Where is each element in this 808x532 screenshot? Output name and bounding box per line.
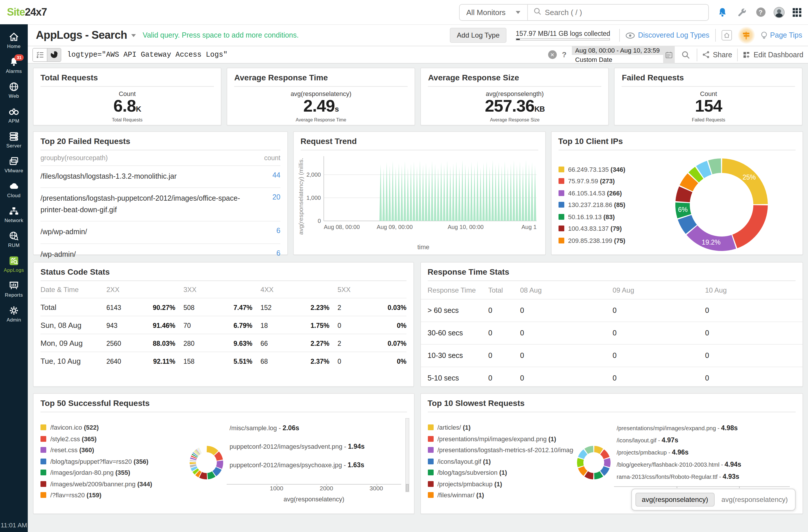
dashboard-home-icon[interactable] [721, 30, 732, 40]
legend-item[interactable]: /favicon.ico (522) [40, 424, 186, 431]
search-input[interactable] [541, 8, 708, 17]
scrollbar-thumb[interactable] [406, 484, 409, 492]
count-link[interactable]: 20 [272, 194, 280, 216]
legend-item[interactable]: /blog/tags/puppet?flav=rss20 (356) [40, 458, 186, 465]
help-icon[interactable]: ? [756, 7, 765, 17]
legend-item[interactable]: /presentations/mpi/images/expand.png (1) [427, 435, 573, 442]
sidebar-item-alarms[interactable]: 31Alarms [4, 53, 24, 78]
legend-swatch [40, 424, 46, 430]
page-title-dropdown[interactable]: AppLogs - Search [36, 29, 136, 42]
legend-swatch [427, 470, 433, 475]
legend-item[interactable]: 46.105.14.53 (266) [558, 189, 668, 196]
row-label: 30-60 secs [427, 329, 488, 337]
metric-option-other[interactable]: avg(responselatency) [721, 496, 788, 504]
page-tips-link[interactable]: Page Tips [761, 31, 802, 40]
sidebar-item-home[interactable]: Home [4, 28, 24, 53]
stat-card-title: Failed Requests [615, 68, 802, 86]
admin-wrench-icon[interactable] [736, 6, 748, 18]
metric-option-selected[interactable]: avg(responselatency) [636, 493, 714, 507]
list-view-icon[interactable] [33, 48, 47, 61]
count-link[interactable]: 44 [272, 171, 280, 182]
sidebar-item-label: Reports [5, 292, 23, 298]
sidebar-item-admin[interactable]: Admin [4, 302, 24, 327]
widget-title: Response Time Stats [421, 262, 802, 280]
cell-value: 0 [520, 307, 612, 315]
status-cell: 2809.63% [184, 340, 253, 347]
sidebar-item-network[interactable]: Network [4, 202, 24, 227]
row-label: Sun, 08 Aug [40, 321, 98, 330]
status-count: 0 [338, 357, 342, 365]
sidebar-item-vmware[interactable]: VMware [4, 153, 24, 178]
bar-label: /icons/layout.gif - 4.97s [617, 436, 678, 443]
run-search-icon[interactable] [680, 49, 692, 60]
legend-item[interactable]: /files/winmar/ (1) [427, 492, 573, 498]
legend-item[interactable]: /images/web/2009/banner.png (344) [40, 480, 186, 487]
sidebar-item-apm[interactable]: APM [4, 103, 24, 128]
chart-scrollbar[interactable] [405, 418, 409, 492]
count-link[interactable]: 6 [276, 227, 280, 238]
legend-item[interactable]: /icons/layout.gif (1) [427, 458, 573, 465]
legend-item[interactable]: 100.43.83.137 (79) [558, 225, 668, 232]
svg-text:19.2%: 19.2% [701, 239, 720, 246]
monitors-dropdown[interactable]: All Monitors [459, 4, 528, 20]
legend-swatch [558, 237, 564, 243]
legend-item[interactable]: /?flav=rss20 (159) [40, 492, 186, 498]
widget-title: Status Code Stats [34, 262, 414, 280]
legend-item[interactable]: 130.237.218.86 (85) [558, 201, 668, 208]
legend-item[interactable]: /projects/pmbackup (1) [427, 480, 573, 487]
query-help-icon[interactable]: ? [562, 50, 567, 59]
page-tips-label: Page Tips [770, 31, 802, 39]
legend-item[interactable]: /style2.css (365) [40, 435, 186, 442]
stat-value: 154 [695, 97, 722, 115]
legend-item[interactable]: 75.97.9.59 (273) [558, 178, 668, 184]
stat-unit: s [335, 105, 338, 113]
clear-query-icon[interactable]: ✕ [548, 50, 557, 59]
rum-icon [9, 231, 19, 241]
logs-collected: 157.97 MB/11 GB logs collected [512, 30, 614, 40]
logs-usage-meter [516, 38, 610, 40]
site24x7-logo[interactable]: Site24x7 [7, 6, 47, 18]
legend-item[interactable]: 209.85.238.199 (75) [558, 237, 668, 244]
guided-tour-signpost-icon[interactable] [738, 26, 755, 44]
sidebar-item-rum[interactable]: RUM [4, 227, 24, 252]
legend-item[interactable]: /images/jordan-80.png (355) [40, 469, 186, 476]
add-log-type-button[interactable]: Add Log Type [450, 28, 507, 43]
status-cell: 5087.47% [184, 304, 253, 311]
legend-item[interactable]: /articles/ (1) [427, 424, 573, 431]
discovered-log-types-link[interactable]: Discovered Log Types [626, 31, 710, 39]
count-link[interactable]: 6 [276, 249, 280, 260]
bar-label: rama-2013/css/fonts/Roboto-Regular.ttf -… [617, 473, 739, 480]
sidebar-item-cloud[interactable]: Cloud [4, 178, 24, 202]
chart-view-icon[interactable] [47, 48, 61, 61]
legend-item[interactable]: 66.249.73.135 (346) [558, 166, 668, 172]
widget-request-trend: Request Trend avg(responselatency) (mill… [293, 131, 546, 255]
svg-text:Aug 08, 00:00: Aug 08, 00:00 [324, 224, 360, 230]
legend-swatch [40, 470, 46, 475]
svg-text:1,000: 1,000 [306, 195, 320, 201]
date-range-picker[interactable]: Aug 08, 00:00 - Aug 10, 23:59 Custom Dat… [572, 45, 675, 64]
legend-label: /blog/tags/subversion (1) [437, 469, 507, 476]
svg-text:6%: 6% [678, 206, 687, 214]
status-cell: 20.03% [338, 304, 407, 311]
legend-label: /images/jordan-80.png (355) [50, 469, 130, 476]
legend-item[interactable]: /presentations/logstash-metrics-sf-2012.… [427, 446, 573, 453]
legend-item[interactable]: /reset.css (360) [40, 446, 186, 453]
sidebar-item-server[interactable]: Server [4, 128, 24, 153]
sidebar-item-applogs[interactable]: AppLogs [4, 252, 24, 277]
legend-item[interactable]: 50.16.19.13 (83) [558, 213, 668, 220]
date-mode: Custom Date [572, 55, 663, 64]
notifications-bell-icon[interactable] [717, 6, 728, 18]
apps-grid-icon[interactable] [792, 8, 801, 17]
column-header: 09 Aug [612, 286, 705, 294]
query-input[interactable]: logtype="AWS API Gateway Access Logs" [67, 51, 548, 59]
sidebar-item-web[interactable]: Web [4, 78, 24, 103]
share-button[interactable]: Share [702, 51, 732, 59]
edit-dashboard-button[interactable]: Edit Dashboard [743, 51, 803, 59]
widget-top10-slowest-requests: Top 10 Slowest Requests /articles/ (1)/p… [420, 393, 803, 514]
legend-item[interactable]: /blog/tags/subversion (1) [427, 469, 573, 476]
cell-value: 0 [488, 352, 520, 360]
avatar[interactable] [773, 7, 784, 18]
sidebar-item-reports[interactable]: Reports [4, 277, 24, 302]
binoculars-icon [9, 106, 19, 117]
table-row: Total614390.27%5087.47%1522.23%20.03% [40, 298, 406, 316]
